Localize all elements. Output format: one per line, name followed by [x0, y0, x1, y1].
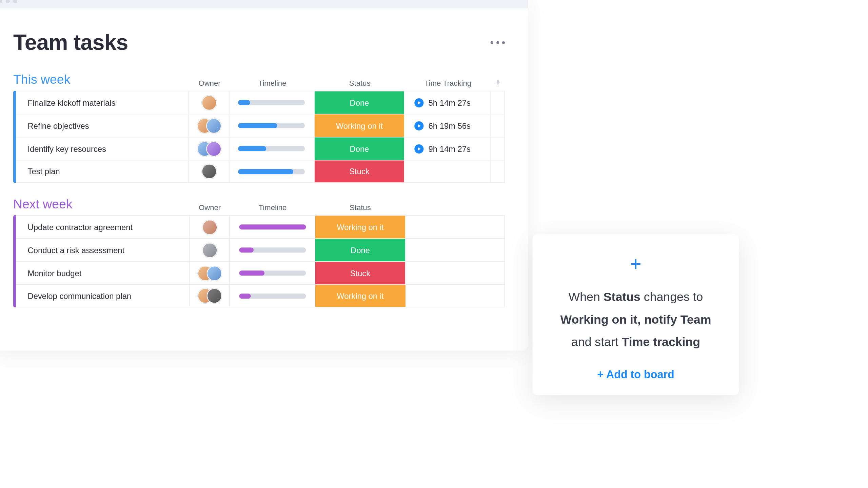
column-header-timeline[interactable]: Timeline [230, 203, 315, 212]
table-row[interactable]: Monitor budgetStuck [16, 261, 505, 284]
group-title[interactable]: This week [13, 72, 190, 87]
owner-cell[interactable] [189, 138, 230, 160]
extra-cell [491, 115, 505, 137]
task-name-cell[interactable]: Finalize kickoff materials [16, 92, 189, 114]
column-header-status[interactable]: Status [315, 79, 405, 87]
status-cell[interactable]: Done [315, 239, 405, 261]
traffic-light-min[interactable] [6, 0, 10, 3]
status-cell[interactable]: Working on it [315, 216, 405, 238]
automation-card: + When Status changes to Working on it, … [533, 234, 739, 395]
owner-cell[interactable] [190, 285, 230, 307]
owner-cell[interactable] [189, 115, 230, 137]
table-row[interactable]: Conduct a risk assessmentDone [16, 238, 505, 261]
task-group: Next weekOwnerTimelineStatusUpdate contr… [0, 197, 528, 321]
table-row[interactable]: Develop communication planWorking on it [16, 284, 505, 307]
timeline-cell[interactable] [230, 239, 315, 261]
time-tracking-cell[interactable] [404, 161, 490, 183]
column-header-time-tracking[interactable]: Time Tracking [405, 79, 491, 87]
automation-text: When Status changes to Working on it, no… [550, 286, 722, 353]
owner-cell[interactable] [189, 161, 230, 183]
play-icon[interactable] [415, 121, 424, 130]
timeline-cell[interactable] [230, 161, 315, 183]
time-tracking-cell[interactable]: 6h 19m 56s [404, 115, 490, 137]
more-menu-button[interactable] [491, 41, 505, 44]
table-row[interactable]: Finalize kickoff materialsDone5h 14m 27s [16, 91, 505, 114]
avatar [201, 95, 216, 110]
timeline-cell[interactable] [230, 285, 315, 307]
time-value: 5h 14m 27s [429, 98, 471, 107]
extra-cell [491, 138, 505, 160]
owner-cell[interactable] [190, 262, 230, 284]
timeline-cell[interactable] [230, 92, 315, 114]
group-title[interactable]: Next week [13, 197, 190, 212]
timeline-cell[interactable] [230, 138, 315, 160]
table-row[interactable]: Update contractor agreementWorking on it [16, 215, 505, 238]
status-cell[interactable]: Stuck [315, 161, 404, 183]
time-tracking-cell[interactable]: 5h 14m 27s [404, 92, 490, 114]
time-tracking-cell[interactable]: 9h 14m 27s [404, 138, 490, 160]
task-name-cell[interactable]: Conduct a risk assessment [16, 239, 190, 261]
window-titlebar [0, 0, 528, 8]
app-window: Team tasks This weekOwnerTimelineStatusT… [0, 0, 528, 351]
extra-cell [491, 161, 505, 183]
time-value: 9h 14m 27s [429, 144, 471, 153]
board-title: Team tasks [13, 30, 128, 55]
column-header-status[interactable]: Status [315, 203, 405, 212]
column-header-owner[interactable]: Owner [190, 79, 230, 87]
column-header-timeline[interactable]: Timeline [230, 79, 315, 87]
status-cell[interactable]: Stuck [315, 262, 405, 284]
plus-icon: + [550, 254, 722, 273]
status-cell[interactable]: Done [315, 138, 404, 160]
task-name-cell[interactable]: Monitor budget [16, 262, 190, 284]
task-name-cell[interactable]: Test plan [16, 161, 189, 183]
task-name-cell[interactable]: Refine objectives [16, 115, 189, 137]
timeline-cell[interactable] [230, 216, 315, 238]
column-header-owner[interactable]: Owner [190, 203, 230, 212]
owner-cell[interactable] [190, 216, 230, 238]
table-row[interactable]: Test planStuck [16, 160, 505, 183]
owner-cell[interactable] [189, 92, 230, 114]
play-icon[interactable] [415, 144, 424, 153]
avatar [206, 266, 221, 281]
task-name-cell[interactable]: Develop communication plan [16, 285, 190, 307]
extra-cell [491, 92, 505, 114]
avatar [206, 288, 221, 303]
status-cell[interactable]: Working on it [315, 115, 404, 137]
avatar [202, 220, 217, 235]
time-value: 6h 19m 56s [429, 121, 471, 130]
timeline-cell[interactable] [230, 115, 315, 137]
avatar [202, 243, 217, 258]
table-row[interactable]: Refine objectivesWorking on it6h 19m 56s [16, 114, 505, 137]
owner-cell[interactable] [190, 239, 230, 261]
task-name-cell[interactable]: Update contractor agreement [16, 216, 190, 238]
traffic-light-close[interactable] [0, 0, 2, 3]
avatar [206, 118, 221, 133]
add-to-board-button[interactable]: + Add to board [550, 368, 722, 381]
table-row[interactable]: Identify key resourcesDone9h 14m 27s [16, 137, 505, 160]
task-name-cell[interactable]: Identify key resources [16, 138, 189, 160]
task-group: This weekOwnerTimelineStatusTime Trackin… [0, 72, 528, 197]
status-cell[interactable]: Working on it [315, 285, 405, 307]
avatar [201, 164, 216, 179]
timeline-cell[interactable] [230, 262, 315, 284]
add-column-button[interactable]: + [491, 77, 505, 87]
play-icon[interactable] [415, 98, 424, 107]
traffic-light-max[interactable] [13, 0, 17, 3]
status-cell[interactable]: Done [315, 92, 404, 114]
avatar [206, 141, 221, 156]
